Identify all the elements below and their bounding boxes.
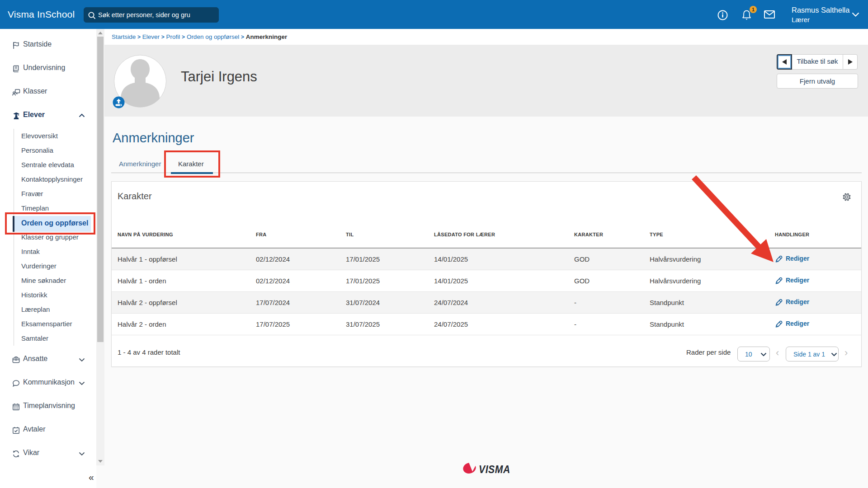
svg-text:VISMA: VISMA [479,464,510,475]
